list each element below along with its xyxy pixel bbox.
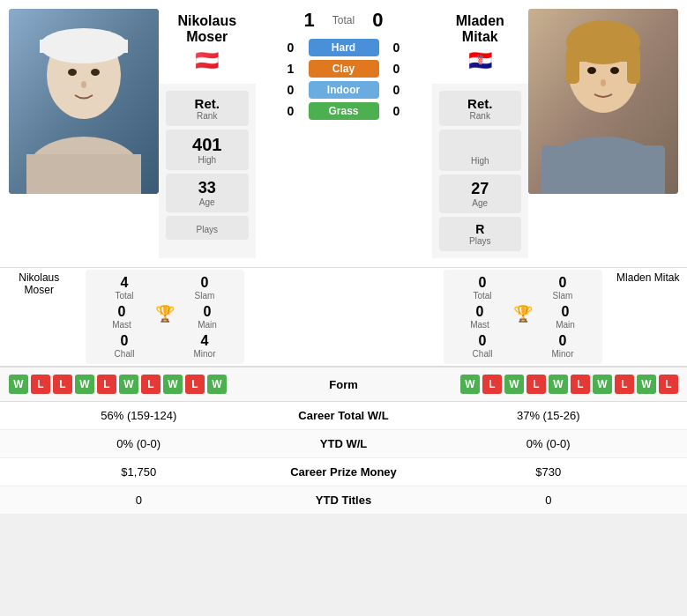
left-minor-val: 4 [171,333,239,349]
left-high-label: High [171,155,243,165]
svg-rect-8 [26,154,141,194]
stats-left-1: 0% (0-0) [13,437,265,450]
left-slam-val: 0 [171,275,239,291]
form-label: Form [300,378,388,391]
left-rank-value: Ret. [171,96,243,111]
grass-left-score: 0 [282,104,300,118]
right-high-label: High [444,156,517,166]
right-age-label: Age [444,198,517,208]
left-minor-lbl: Minor [171,349,239,359]
grass-row: 0 Grass 0 [260,102,428,120]
form-badge: W [163,375,183,394]
left-mast-val: 0 [91,304,153,320]
form-badge: L [31,375,50,394]
left-form-badges: WLLWLWLWLW [9,375,300,394]
total-score-header: 1 Total 0 [304,9,384,32]
svg-point-4 [68,69,77,76]
form-badge: L [185,375,205,394]
right-chall-lbl: Chall [449,349,517,359]
stats-right-3: 0 [423,494,675,507]
right-player-name-below: Mladen Mitak [609,268,688,366]
stats-row: $1,750 Career Prize Money $730 [0,458,687,486]
right-slam-val: 0 [529,275,597,291]
left-total-lbl: Total [91,291,159,301]
left-player-card: Nikolaus Moser 🇦🇹 Ret. Rank 401 High 33 … [159,9,256,258]
clay-row: 1 Clay 0 [260,60,428,78]
total-right-score: 0 [372,9,383,32]
form-badge: L [571,375,590,394]
stats-label-1: YTD W/L [265,437,423,450]
right-grid-stats: 0 Total 0 Slam 0 Mast 🏆 [444,270,602,364]
hard-row: 0 Hard 0 [260,39,428,56]
grass-right-score: 0 [388,104,406,118]
hard-right-score: 0 [388,41,406,55]
right-player-card: Mladen Mitak 🇭🇷 Ret. Rank High 27 Age [432,9,529,258]
stats-row: 0 YTD Titles 0 [0,486,687,515]
left-chall-lbl: Chall [91,349,159,359]
right-total-val: 0 [449,275,517,291]
form-section: WLLWLWLWLW Form WLWLWLWLWL [0,367,687,402]
left-grid-stats: 4 Total 0 Slam 0 Mast 🏆 [86,270,244,364]
right-mast-lbl: Mast [449,320,512,330]
right-player-stats-box: Ret. Rank High 27 Age R Plays [432,84,529,258]
stats-label-2: Career Prize Money [265,465,423,479]
stats-right-1: 0% (0-0) [423,437,675,450]
form-badge: L [615,375,634,394]
svg-rect-3 [40,40,128,53]
svg-rect-13 [627,48,640,84]
left-high-value: 401 [171,135,243,155]
left-total-val: 4 [91,275,159,291]
form-badge: W [460,375,480,394]
right-player-flag: 🇭🇷 [439,49,522,72]
left-player-photo [9,9,159,194]
stats-row: 0% (0-0) YTD W/L 0% (0-0) [0,430,687,458]
right-high-value [444,135,517,156]
indoor-row: 0 Indoor 0 [260,81,428,99]
grass-badge: Grass [309,102,379,120]
svg-rect-12 [566,48,579,84]
hard-left-score: 0 [282,41,300,55]
form-badge: W [9,375,28,394]
form-badge: L [97,375,116,394]
player-comparison-section: Nikolaus Moser 🇦🇹 Ret. Rank 401 High 33 … [0,0,687,268]
player-names-row: Nikolaus Moser 4 Total 0 Slam [0,268,687,367]
left-plays-label: Plays [171,225,243,234]
career-stats-table: 56% (159-124) Career Total W/L 37% (15-2… [0,402,687,515]
form-badge: L [526,375,546,394]
stats-row: 56% (159-124) Career Total W/L 37% (15-2… [0,402,687,430]
right-minor-lbl: Minor [529,349,597,359]
right-form-badges: WLWLWLWLWL [388,375,679,394]
right-slam-lbl: Slam [529,291,597,301]
form-badge: W [593,375,612,394]
left-main-lbl: Main [176,320,239,330]
right-minor-val: 0 [529,333,597,349]
left-slam-lbl: Slam [171,291,239,301]
form-badge: L [53,375,72,394]
main-container: Nikolaus Moser 🇦🇹 Ret. Rank 401 High 33 … [0,0,687,515]
middle-scores-section: 1 Total 0 0 Hard 0 1 Clay 0 0 Indoor 0 [256,9,432,258]
svg-point-6 [81,81,86,88]
right-player-photo [528,9,678,194]
left-main-val: 0 [176,304,239,320]
left-player-name-below: Nikolaus Moser [0,268,78,366]
form-badge: L [659,375,678,394]
stats-label-3: YTD Titles [265,494,423,507]
right-total-lbl: Total [449,291,517,301]
indoor-badge: Indoor [309,81,379,99]
svg-point-14 [587,67,596,74]
right-mast-val: 0 [449,304,512,320]
stats-left-2: $1,750 [13,465,265,479]
svg-point-15 [610,67,619,74]
left-player-stats-box: Ret. Rank 401 High 33 Age Plays [159,84,256,258]
right-main-val: 0 [534,304,597,320]
right-plays-label: Plays [444,236,517,246]
left-rank-label: Rank [171,111,243,121]
form-badge: L [141,375,161,394]
stats-label-0: Career Total W/L [265,409,423,422]
left-age-label: Age [171,197,243,207]
form-badge: W [549,375,568,394]
form-badge: W [637,375,656,394]
form-badge: W [75,375,94,394]
right-rank-value: Ret. [444,96,517,111]
clay-left-score: 1 [282,62,300,76]
